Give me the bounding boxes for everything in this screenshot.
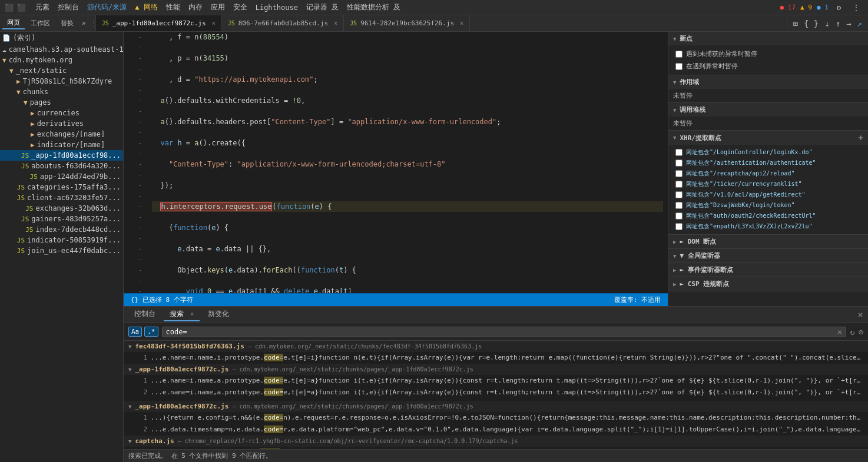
- device-icon[interactable]: ⬛: [17, 4, 26, 12]
- tree-item-app124[interactable]: JS app-124dd74ed79b...: [0, 171, 123, 182]
- result-line-3-1[interactable]: 1 ...){return e.config=t,n&&(e.code=n),e…: [124, 412, 868, 424]
- file-tab-1[interactable]: JS _app-1fd80a1eccf9872c.js ×: [96, 15, 222, 31]
- xhr-bp-2[interactable]: 网址包含"/recaptcha/api2/reload": [673, 168, 863, 179]
- tree-item-indicator[interactable]: ▶ indicator/[name]: [0, 139, 123, 150]
- menu-console[interactable]: 控制台: [54, 1, 82, 14]
- search-opt-regex[interactable]: .*: [144, 327, 158, 337]
- xhr-bp-0[interactable]: 网址包含"/LoginController/loginKx.do": [673, 147, 863, 158]
- exception-caught[interactable]: 在遇到异常时暂停: [673, 60, 863, 72]
- settings-icon[interactable]: ⚙: [833, 2, 844, 13]
- menu-memory[interactable]: 内存: [185, 1, 206, 14]
- warning-count[interactable]: ▲ 9: [800, 4, 812, 11]
- event-listeners-header[interactable]: ▶ ► 事件监听器断点: [668, 263, 868, 277]
- search-opt-aa[interactable]: Aa: [128, 327, 142, 337]
- menu-performance[interactable]: 性能: [163, 1, 184, 14]
- tab-more[interactable]: »: [79, 18, 88, 28]
- file-tab-close-2[interactable]: ×: [334, 20, 337, 26]
- tree-item-index-file[interactable]: JS index-7ddecb448cd...: [0, 224, 123, 235]
- tree-item-indicator2[interactable]: JS indicator-50853919f...: [0, 235, 123, 245]
- result-file-header-1[interactable]: ▼ fec483df-34f5015b8fd76363.js — cdn.myt…: [124, 341, 868, 352]
- xhr-bp-0-cb[interactable]: [675, 149, 683, 156]
- xhr-bp-5-cb[interactable]: [675, 202, 683, 209]
- xhr-bp-6[interactable]: 网址包含"auth/oauth2/checkRedirectUrl": [673, 211, 863, 221]
- result-line-2-1[interactable]: 1 ...e.name=i.name,a.prototype.code=e,t[…: [124, 375, 868, 387]
- search-tab-close[interactable]: ×: [190, 311, 194, 317]
- tab-workspace[interactable]: 工作区: [26, 18, 55, 29]
- xhr-bp-7-cb[interactable]: [675, 223, 683, 230]
- tree-item-app[interactable]: JS _app-1fd80a1eccf98...: [0, 150, 123, 161]
- inspect-icon[interactable]: ⬛: [5, 4, 14, 12]
- xhr-bp-5[interactable]: 网址包含"DzswjWebKx/login/token": [673, 200, 863, 211]
- result-line-1-1[interactable]: 1 ...e.name=n.name,i.prototype.code=e,t[…: [124, 352, 868, 364]
- tree-item-camelhash[interactable]: ☁ camelhash.s3.ap-southeast-1.: [0, 44, 123, 55]
- result-file-header-3[interactable]: ▼ _app-1fd80a1eccf9872c.js — cdn.mytoken…: [124, 401, 868, 412]
- global-listeners-header[interactable]: ▼ ▼ 全局监听器: [668, 249, 868, 262]
- bottom-tab-console[interactable]: 控制台: [128, 308, 161, 321]
- search-clear-button[interactable]: ×: [837, 327, 842, 337]
- file-tab-2[interactable]: JS 806-7e66fab0d1ab85cd.js ×: [222, 15, 344, 31]
- file-tab-close-3[interactable]: ×: [460, 20, 463, 26]
- tree-item-exchanges2[interactable]: JS exchanges-32b063d...: [0, 203, 123, 214]
- xhr-bp-7[interactable]: 网址包含"enpath/L3YxL3VzZXJzL2xvZ2lu": [673, 221, 863, 232]
- info-count[interactable]: ● 1: [817, 4, 829, 11]
- exception-uncaught[interactable]: 遇到未捕获的异常时暂停: [673, 48, 863, 60]
- callstack-header[interactable]: ▼ 调用堆栈: [668, 103, 868, 117]
- tree-item-categories[interactable]: JS categories-175affa3...: [0, 182, 123, 192]
- tree-item-pages[interactable]: ▼ pages: [0, 97, 123, 108]
- tree-item-exchanges[interactable]: ▶ exchanges/[name]: [0, 129, 123, 139]
- tree-item-aboutus[interactable]: JS aboutus-f63d64a320...: [0, 161, 123, 171]
- menu-sources[interactable]: 源代码/来源: [84, 1, 130, 14]
- code-text[interactable]: , f = n(88554) , p = n(34155) , d = "htt…: [147, 32, 668, 293]
- nav-forward-icon[interactable]: ↑: [834, 18, 842, 29]
- result-file-header-2[interactable]: ▼ _app-1fd80a1eccf9872c.js — cdn.mytoken…: [124, 364, 868, 375]
- xhr-bp-1-cb[interactable]: [675, 159, 683, 167]
- tree-item-index[interactable]: 📄 (索引): [0, 32, 123, 44]
- more-menu-icon[interactable]: ⋮: [849, 2, 863, 13]
- xhr-header[interactable]: ▼ XHR/提取断点 +: [668, 131, 868, 145]
- result-line-3-2[interactable]: 2 ...e.data.timestamp=n,e.data.code=r,e.…: [124, 424, 868, 436]
- right-panel-scroll[interactable]: ▼ 新点 遇到未捕获的异常时暂停 在遇到异常时暂停: [668, 32, 868, 306]
- menu-elements[interactable]: 元素: [32, 1, 53, 14]
- tree-item-tjr5[interactable]: ▶ TjR5Q8s1LC_h58k7Zdyre: [0, 76, 123, 87]
- search-cancel-button[interactable]: ⊘: [859, 327, 863, 337]
- tree-item-chunks[interactable]: ▼ chunks: [0, 87, 123, 97]
- result-file-header-4[interactable]: ▼ captcha.js — chrome_replace/lf-rc1.yhg…: [124, 436, 868, 447]
- xhr-bp-4[interactable]: 网址包含"/v1.0/acl/app/getRedirect": [673, 190, 863, 200]
- csp-header[interactable]: ▶ ► CSP 违规断点: [668, 277, 868, 291]
- xhr-bp-6-cb[interactable]: [675, 212, 683, 220]
- tree-item-derivatives[interactable]: ▶ derivatives: [0, 118, 123, 129]
- xhr-bp-3[interactable]: 网址包含"/ticker/currencyranklist": [673, 179, 863, 190]
- bottom-panel-close[interactable]: ×: [857, 309, 863, 320]
- bottom-tab-search[interactable]: 搜索 ×: [164, 308, 200, 321]
- error-count[interactable]: ● 17: [780, 4, 796, 11]
- split-editor-icon[interactable]: ⊞: [792, 18, 799, 29]
- result-line-2-2[interactable]: 2 ...e.name=i.name,a.prototype.code=e,t[…: [124, 387, 868, 398]
- file-tab-close-1[interactable]: ×: [212, 20, 216, 26]
- search-input[interactable]: [166, 328, 835, 336]
- deobfuscate-icon[interactable]: ↗: [856, 18, 863, 29]
- xhr-bp-3-cb[interactable]: [675, 181, 683, 188]
- nav-back-icon[interactable]: ↓: [823, 18, 830, 29]
- dom-header[interactable]: ▶ ► DOM 断点: [668, 235, 868, 248]
- file-tab-3[interactable]: JS 9614-282e19bc63625f26.js ×: [344, 15, 470, 31]
- tab-replace[interactable]: 替换: [56, 18, 78, 29]
- menu-recorder[interactable]: 记录器 及: [303, 1, 342, 14]
- menu-application[interactable]: 应用: [207, 1, 228, 14]
- menu-lighthouse[interactable]: Lighthouse: [252, 2, 302, 13]
- xhr-bp-1[interactable]: 网址包含"/authentication/authenticate": [673, 158, 863, 168]
- tree-item-gainers[interactable]: JS gainers-483d95257a...: [0, 214, 123, 224]
- tree-item-cdn[interactable]: ▼ cdn.mytoken.org: [0, 55, 123, 65]
- xhr-bp-2-cb[interactable]: [675, 170, 683, 177]
- search-results[interactable]: ▼ fec483df-34f5015b8fd76363.js — cdn.myt…: [124, 341, 868, 449]
- bottom-tab-changes[interactable]: 新变化: [202, 308, 235, 321]
- code-container[interactable]: ----- ----- ----- ----- ----- -- , f = n…: [124, 32, 668, 293]
- scope-header[interactable]: ▼ 作用域: [668, 75, 868, 89]
- nav-jump-icon[interactable]: →: [845, 18, 852, 29]
- exception-uncaught-cb[interactable]: [675, 51, 683, 58]
- xhr-bp-4-cb[interactable]: [675, 191, 683, 198]
- tree-item-joinus[interactable]: JS join_us-ec447f0dabc...: [0, 245, 123, 256]
- tree-item-currencies[interactable]: ▶ currencies: [0, 108, 123, 118]
- search-refresh-button[interactable]: ↻: [850, 327, 854, 337]
- tab-webpage[interactable]: 网页: [2, 17, 25, 29]
- menu-network[interactable]: ▲ 网络: [131, 1, 161, 14]
